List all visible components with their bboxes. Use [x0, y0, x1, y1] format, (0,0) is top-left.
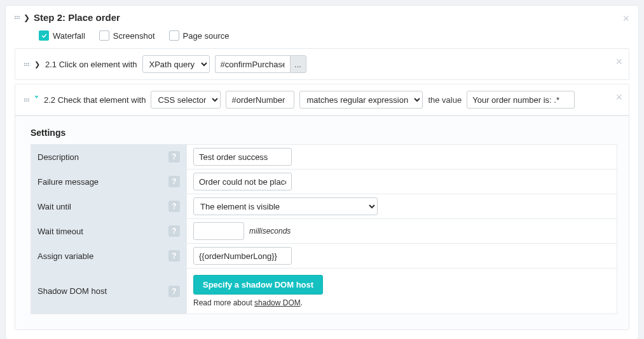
- substep-2-2-container: ˅ 2.2 Check that element with CSS select…: [15, 84, 629, 330]
- assign-input[interactable]: [193, 247, 292, 265]
- selector-input-group: ...: [215, 55, 306, 73]
- option-waterfall-label: Waterfall: [53, 31, 85, 41]
- option-screenshot[interactable]: Screenshot: [99, 30, 155, 41]
- wait-until-select[interactable]: The element is visible: [193, 197, 378, 215]
- help-icon[interactable]: ?: [168, 151, 180, 163]
- substep-number: 2.1 Click on element with: [45, 60, 137, 69]
- failure-input[interactable]: [193, 173, 292, 190]
- checkbox-screenshot[interactable]: [99, 30, 109, 41]
- setting-shadow-row: Shadow DOM host ? Specify a shadow DOM h…: [31, 268, 617, 314]
- setting-timeout-label: Wait timeout ?: [31, 219, 187, 243]
- step-title: Step 2: Place order: [34, 12, 120, 23]
- setting-assign-row: Assign variable ?: [31, 243, 617, 268]
- option-waterfall[interactable]: Waterfall: [39, 30, 85, 41]
- shadow-readmore: Read more about shadow DOM.: [193, 298, 303, 307]
- step-header: ❯ Step 2: Place order ×: [15, 12, 629, 23]
- setting-description-row: Description ?: [31, 144, 617, 169]
- selector-more-button[interactable]: ...: [290, 55, 306, 73]
- help-icon[interactable]: ?: [168, 225, 180, 237]
- timeout-input[interactable]: [193, 222, 244, 240]
- setting-failure-row: Failure message ?: [31, 169, 617, 194]
- substep-2-1: ❯ 2.1 Click on element with XPath query …: [15, 48, 629, 80]
- option-page-source-label: Page source: [183, 31, 230, 41]
- checkbox-waterfall[interactable]: [39, 30, 49, 41]
- selector-type-select[interactable]: CSS selector: [151, 91, 221, 109]
- drag-handle-icon[interactable]: [24, 95, 29, 104]
- check-icon: [41, 33, 47, 39]
- match-type-select[interactable]: matches regular expression: [299, 91, 423, 109]
- shadow-dom-link[interactable]: shadow DOM: [254, 298, 301, 307]
- selector-input[interactable]: [215, 55, 290, 73]
- help-icon[interactable]: ?: [168, 286, 180, 297]
- setting-failure-label: Failure message ?: [31, 170, 187, 194]
- settings-panel: Settings Description ? Failure message ?: [15, 116, 629, 329]
- substep-number: 2.2 Check that element with: [44, 95, 146, 105]
- step-options: Waterfall Screenshot Page source: [39, 30, 629, 41]
- drag-handle-icon[interactable]: [24, 60, 29, 69]
- timeout-hint: milliseconds: [249, 227, 291, 236]
- close-icon[interactable]: ×: [622, 12, 629, 25]
- selector-input[interactable]: [226, 91, 294, 109]
- selector-type-select[interactable]: XPath query: [142, 55, 210, 73]
- chevron-right-icon[interactable]: ❯: [24, 13, 30, 22]
- settings-title: Settings: [31, 128, 617, 138]
- close-icon[interactable]: ×: [615, 55, 622, 69]
- setting-description-label: Description ?: [31, 145, 187, 169]
- specify-shadow-dom-button[interactable]: Specify a shadow DOM host: [193, 275, 323, 295]
- chevron-right-icon[interactable]: ❯: [34, 60, 40, 69]
- settings-table: Description ? Failure message ?: [31, 144, 617, 314]
- substep-2-2: ˅ 2.2 Check that element with CSS select…: [15, 84, 629, 116]
- help-icon[interactable]: ?: [168, 201, 180, 212]
- setting-timeout-row: Wait timeout ? milliseconds: [31, 218, 617, 243]
- setting-shadow-label: Shadow DOM host ?: [31, 269, 187, 314]
- setting-assign-label: Assign variable ?: [31, 244, 187, 268]
- value-label: the value: [428, 95, 462, 105]
- option-page-source[interactable]: Page source: [169, 30, 230, 41]
- drag-handle-icon[interactable]: [15, 13, 20, 22]
- help-icon[interactable]: ?: [168, 250, 180, 262]
- checkbox-page-source[interactable]: [169, 30, 179, 41]
- help-icon[interactable]: ?: [168, 176, 180, 187]
- option-screenshot-label: Screenshot: [113, 31, 155, 41]
- setting-wait-label: Wait until ?: [31, 194, 187, 218]
- match-value-input[interactable]: [467, 91, 575, 109]
- step-panel: ❯ Step 2: Place order × Waterfall Screen…: [5, 5, 639, 339]
- description-input[interactable]: [193, 148, 292, 166]
- chevron-down-icon[interactable]: ˅: [34, 95, 39, 105]
- close-icon[interactable]: ×: [615, 91, 622, 104]
- setting-wait-row: Wait until ? The element is visible: [31, 194, 617, 218]
